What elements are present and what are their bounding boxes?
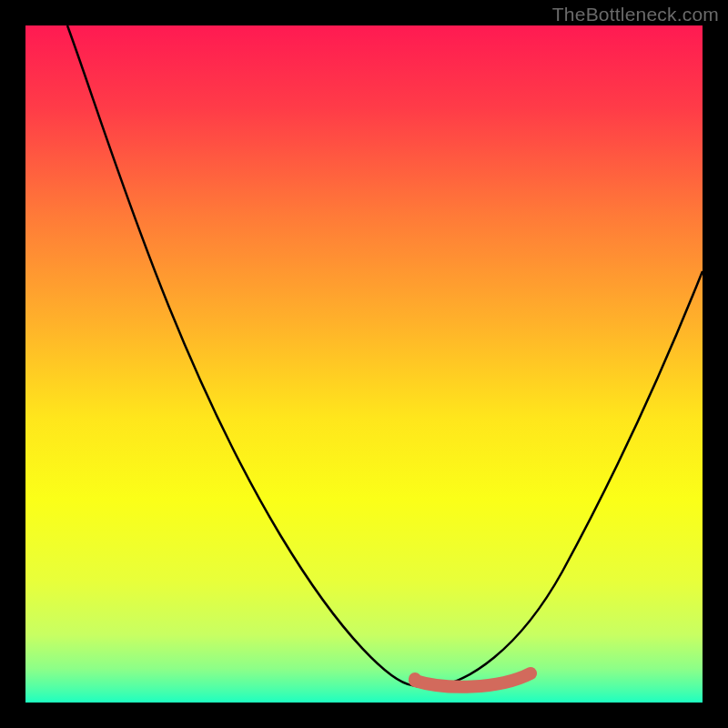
watermark-text: TheBottleneck.com — [552, 4, 719, 25]
chart-svg — [25, 25, 703, 703]
optimal-range-start-dot — [409, 672, 421, 685]
chart-plot-area — [25, 25, 703, 703]
chart-stage: TheBottleneck.com — [0, 0, 728, 728]
bottleneck-curve-line — [67, 25, 703, 687]
optimal-range-highlight — [415, 673, 531, 687]
